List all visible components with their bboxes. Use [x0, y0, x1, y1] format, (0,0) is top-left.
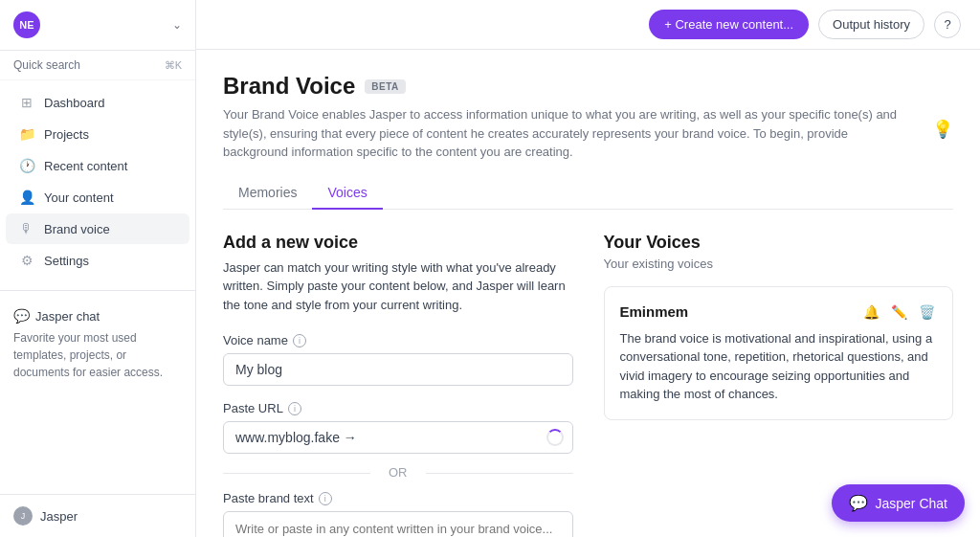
voice-actions: 🔔 ✏️ 🗑️: [861, 302, 937, 322]
quick-search-kbd: ⌘K: [165, 59, 182, 72]
or-divider: OR: [223, 454, 573, 491]
sidebar-divider: [0, 290, 195, 291]
add-voice-section: Add a new voice Jasper can match your wr…: [223, 233, 573, 538]
voice-name-label: Voice name i: [223, 333, 573, 347]
paste-url-info-icon[interactable]: i: [288, 402, 301, 415]
add-voice-title: Add a new voice: [223, 233, 573, 253]
tab-voices[interactable]: Voices: [312, 177, 382, 210]
mic-icon: 🎙: [19, 221, 34, 236]
lightbulb-icon[interactable]: 💡: [932, 119, 953, 140]
page-description: Your Brand Voice enables Jasper to acces…: [223, 105, 912, 162]
voice-card-header: Eminmem 🔔 ✏️ 🗑️: [620, 302, 938, 322]
chat-bubble-icon: 💬: [849, 494, 868, 512]
sidebar-item-label: Projects: [44, 127, 89, 142]
output-history-button[interactable]: Output history: [818, 10, 924, 39]
jasper-label: Jasper: [40, 509, 78, 524]
quick-search-label: Quick search: [13, 58, 80, 72]
grid-icon: ⊞: [19, 95, 34, 110]
brand-textarea[interactable]: [223, 511, 573, 537]
voice-name: Eminmem: [620, 303, 689, 320]
folder-icon: 📁: [19, 126, 34, 142]
jasper-chat-button[interactable]: 💬 Jasper Chat: [832, 484, 965, 522]
sidebar-item-settings[interactable]: ⚙ Settings: [6, 245, 189, 276]
tabs: Memories Voices: [223, 177, 953, 210]
tab-memories[interactable]: Memories: [223, 177, 312, 210]
sidebar-item-label: Your content: [44, 190, 114, 205]
sidebar-item-label: Brand voice: [44, 222, 110, 236]
sidebar-item-label: Settings: [44, 254, 89, 268]
sidebar-item-your-content[interactable]: 👤 Your content: [6, 182, 189, 213]
sidebar-bottom[interactable]: J Jasper: [0, 494, 195, 537]
help-button[interactable]: ?: [934, 11, 961, 38]
jasper-chat-desc: Favorite your most used templates, proje…: [13, 329, 182, 381]
clock-icon: 🕐: [19, 158, 34, 173]
nav-list: ⊞ Dashboard 📁 Projects 🕐 Recent content …: [0, 80, 195, 282]
sidebar-item-dashboard[interactable]: ⊞ Dashboard: [6, 87, 189, 118]
beta-badge: BETA: [365, 79, 405, 94]
brand-textarea-wrapper: 0/2000: [223, 511, 573, 537]
add-voice-desc: Jasper can match your writing style with…: [223, 258, 573, 315]
voice-name-input[interactable]: [223, 353, 573, 386]
gear-icon: ⚙: [19, 253, 34, 268]
url-input[interactable]: [223, 421, 573, 454]
avatar: NE: [13, 11, 40, 38]
voice-copy-button[interactable]: 🔔: [861, 302, 881, 322]
paste-brand-text-info-icon[interactable]: i: [319, 492, 332, 505]
chevron-down-icon[interactable]: ⌄: [172, 18, 182, 32]
sidebar-item-projects[interactable]: 📁 Projects: [6, 119, 189, 149]
voice-description: The brand voice is motivational and insp…: [620, 329, 938, 404]
create-new-content-button[interactable]: + Create new content...: [649, 10, 809, 39]
sidebar: NE ⌄ Quick search ⌘K ⊞ Dashboard 📁 Proje…: [0, 0, 196, 537]
paste-url-label: Paste URL i: [223, 401, 573, 415]
voice-card: Eminmem 🔔 ✏️ 🗑️ The brand voice is motiv…: [604, 286, 954, 420]
voice-edit-button[interactable]: ✏️: [889, 302, 909, 322]
jasper-logo-icon: J: [13, 506, 33, 526]
top-bar: + Create new content... Output history ?: [196, 0, 980, 50]
page-title-row: Brand Voice BETA: [223, 73, 953, 100]
url-input-wrapper: [223, 421, 573, 454]
jasper-chat-btn-label: Jasper Chat: [876, 496, 947, 511]
jasper-chat-label[interactable]: 💬 Jasper chat: [13, 308, 182, 324]
quick-search[interactable]: Quick search ⌘K: [0, 51, 195, 80]
voice-name-info-icon[interactable]: i: [293, 334, 306, 347]
sidebar-header: NE ⌄: [0, 0, 195, 51]
sidebar-item-label: Recent content: [44, 159, 127, 173]
your-voices-subtitle: Your existing voices: [604, 257, 954, 271]
jasper-chat-section: 💬 Jasper chat Favorite your most used te…: [0, 299, 195, 494]
main-content: + Create new content... Output history ?…: [196, 0, 980, 537]
content-area: 💡 Brand Voice BETA Your Brand Voice enab…: [196, 50, 980, 537]
page-title: Brand Voice: [223, 73, 355, 100]
your-voices-title: Your Voices: [604, 233, 954, 253]
voice-delete-button[interactable]: 🗑️: [917, 302, 937, 322]
user-icon: 👤: [19, 190, 34, 205]
sidebar-item-brand-voice[interactable]: 🎙 Brand voice: [6, 213, 189, 244]
loading-spinner: [546, 429, 564, 446]
sidebar-item-label: Dashboard: [44, 96, 105, 110]
page-header: Brand Voice BETA Your Brand Voice enable…: [223, 73, 953, 162]
paste-brand-text-label: Paste brand text i: [223, 491, 573, 505]
chat-icon: 💬: [13, 308, 30, 324]
sidebar-item-recent[interactable]: 🕐 Recent content: [6, 150, 189, 181]
